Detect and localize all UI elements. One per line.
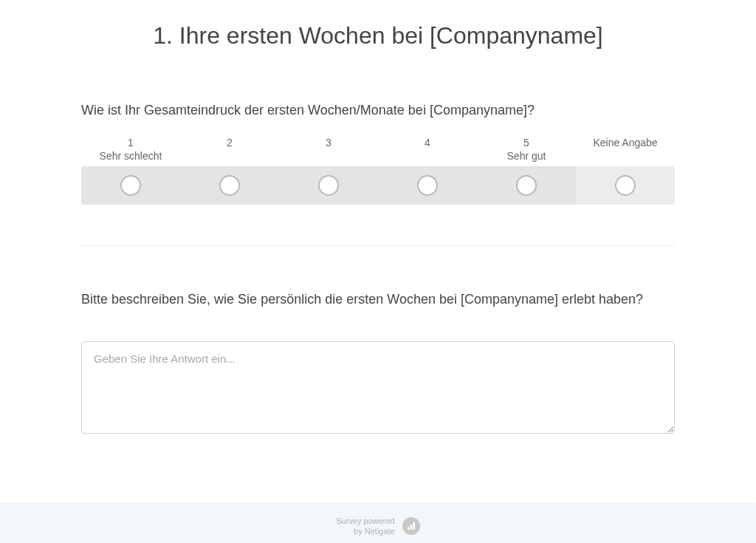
- rating-header-3: 3: [279, 136, 378, 163]
- rating-radio-row: [81, 166, 675, 205]
- rating-option-3[interactable]: [279, 166, 378, 205]
- question2-text: Bitte beschreiben Sie, wie Sie persönlic…: [81, 290, 675, 309]
- rating-option-5[interactable]: [477, 166, 576, 205]
- question2-section: Bitte beschreiben Sie, wie Sie persönlic…: [0, 290, 756, 437]
- rating-option-2[interactable]: [180, 166, 279, 205]
- radio-icon: [219, 175, 240, 196]
- radio-icon: [417, 175, 438, 196]
- netigate-logo-icon: [402, 517, 420, 535]
- radio-icon: [318, 175, 339, 196]
- svg-rect-0: [408, 527, 410, 530]
- rating-option-na[interactable]: [576, 166, 675, 205]
- radio-icon: [120, 175, 141, 196]
- rating-header-4: 4: [378, 136, 477, 163]
- rating-header-1: 1 Sehr schlecht: [81, 136, 180, 163]
- question1-text: Wie ist Ihr Gesamteindruck der ersten Wo…: [81, 101, 675, 120]
- answer-textarea[interactable]: [81, 341, 675, 434]
- radio-icon: [516, 175, 537, 196]
- svg-rect-2: [413, 522, 415, 530]
- question1-section: Wie ist Ihr Gesamteindruck der ersten Wo…: [0, 101, 756, 205]
- footer-text: Survey powered by Netigate: [336, 516, 395, 537]
- rating-header-5: 5 Sehr gut: [477, 136, 576, 163]
- svg-rect-1: [410, 525, 413, 530]
- rating-option-1[interactable]: [81, 166, 180, 205]
- rating-header-row: 1 Sehr schlecht 2 3 4 5 Sehr gut Keine: [81, 136, 675, 163]
- survey-container: 1. Ihre ersten Wochen bei [Companyname] …: [0, 0, 756, 502]
- radio-icon: [615, 175, 636, 196]
- rating-header-2: 2: [180, 136, 279, 163]
- rating-option-4[interactable]: [378, 166, 477, 205]
- question-divider: [81, 245, 675, 246]
- survey-footer: Survey powered by Netigate: [0, 502, 756, 543]
- rating-header-na: Keine Angabe: [576, 136, 675, 163]
- page-title: 1. Ihre ersten Wochen bei [Companyname]: [0, 22, 756, 49]
